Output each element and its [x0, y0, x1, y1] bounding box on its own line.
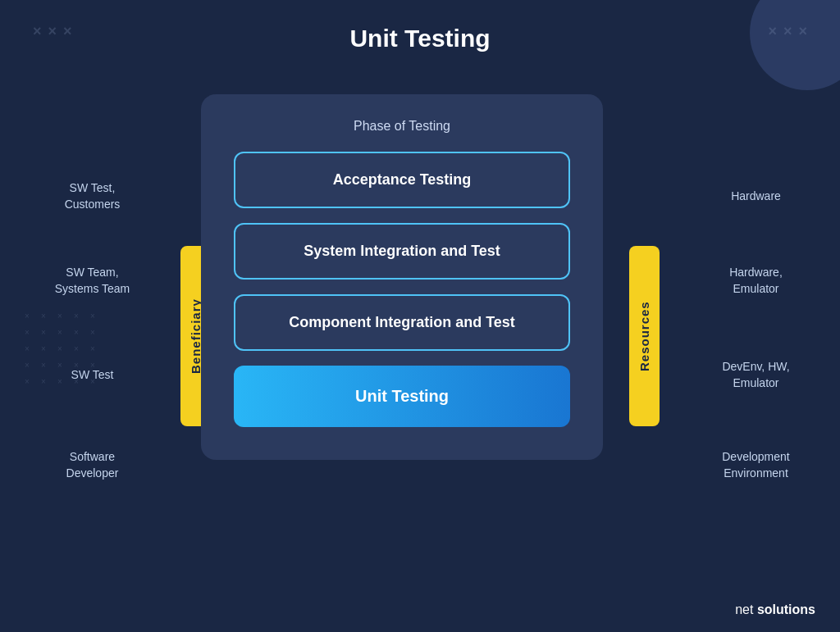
phase-label: Phase of Testing	[234, 119, 570, 134]
unit-testing-box: Unit Testing	[234, 366, 570, 427]
resources-label-container: Resources	[629, 246, 660, 426]
right-annotations: Hardware Hardware,Emulator DevEnv, HW,Em…	[688, 160, 824, 508]
acceptance-testing-box: Acceptance Testing	[234, 152, 570, 208]
system-integration-box: System Integration and Test	[234, 223, 570, 280]
brand-logo: net solutions	[735, 602, 815, 617]
page-title: Unit Testing	[0, 25, 840, 52]
brand-bold: solutions	[757, 602, 815, 616]
annotation-unit-left: SoftwareDeveloper	[25, 422, 160, 508]
annotation-component-right: DevEnv, HW,Emulator	[688, 328, 824, 422]
annotation-unit-right: DevelopmentEnvironment	[688, 422, 824, 508]
resources-label: Resources	[629, 246, 660, 426]
annotation-acceptance-left: SW Test,Customers	[25, 160, 160, 234]
component-integration-box: Component Integration and Test	[234, 294, 570, 351]
annotation-acceptance-right: Hardware	[688, 160, 824, 234]
main-card: Phase of Testing Acceptance Testing Syst…	[201, 94, 603, 460]
dot-grid-deco: ××××× ××××× ××××× ××××× ×××××	[25, 311, 100, 387]
annotation-system-right: Hardware,Emulator	[688, 234, 824, 328]
